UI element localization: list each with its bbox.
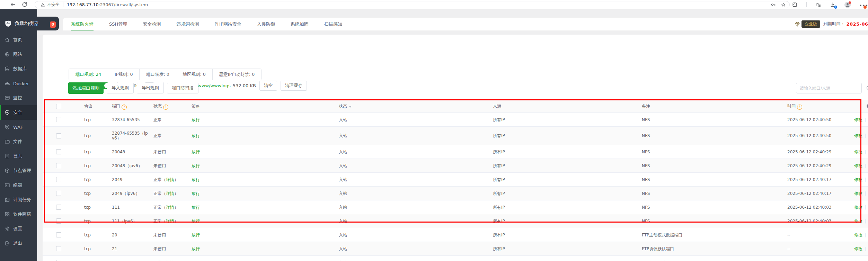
- detail-link[interactable]: 详情: [166, 205, 174, 210]
- row-checkbox[interactable]: [56, 205, 61, 210]
- terminal-icon: [5, 182, 10, 188]
- sidebar-item-label: 日志: [13, 153, 22, 159]
- cell-port: 20048: [108, 145, 150, 159]
- column-header[interactable]: 状态: [335, 100, 489, 113]
- node-icon: [5, 168, 10, 173]
- sidebar-item-security[interactable]: 安全: [0, 105, 37, 120]
- tab-firewall[interactable]: 系统防火墙: [71, 18, 94, 30]
- rule-tab-port-forward[interactable]: 端口转发: 0: [139, 69, 176, 80]
- cell-policy: 放行: [188, 173, 335, 187]
- menu-dots-icon[interactable]: •••: [859, 2, 865, 8]
- detail-link[interactable]: 详情: [166, 191, 174, 196]
- refresh-icon[interactable]: [21, 1, 28, 8]
- profile-avatar[interactable]: [844, 2, 851, 8]
- row-checkbox[interactable]: [56, 117, 61, 122]
- edit-link[interactable]: 修改: [854, 246, 862, 251]
- edit-link[interactable]: 修改: [854, 133, 862, 138]
- cell-policy: 放行: [188, 145, 335, 159]
- policy-value: 放行: [192, 191, 200, 196]
- sidebar-item-logs[interactable]: 日志: [0, 149, 37, 163]
- tab-banned-words[interactable]: 违规词检测: [176, 18, 199, 30]
- row-checkbox[interactable]: [56, 232, 61, 237]
- port-antiscan-button[interactable]: 端口防扫描: [167, 83, 198, 93]
- tab-hardening[interactable]: 系统加固: [291, 18, 309, 30]
- import-rules-button[interactable]: 导入规则: [107, 83, 134, 93]
- back-icon[interactable]: [10, 1, 16, 8]
- weblog-path-link[interactable]: /www/wwwlogs: [196, 83, 231, 88]
- select-all-checkbox[interactable]: [56, 104, 61, 109]
- clean-cache-button[interactable]: 清理缓存: [281, 81, 307, 91]
- edit-link[interactable]: 修改: [854, 233, 862, 237]
- cell-note: NFS: [638, 127, 784, 145]
- row-checkbox[interactable]: [56, 149, 61, 154]
- row-checkbox[interactable]: [56, 163, 61, 168]
- help-icon[interactable]: [797, 105, 802, 110]
- export-rules-button[interactable]: 导出规则: [137, 83, 164, 93]
- clear-log-button[interactable]: 清空: [259, 81, 277, 91]
- tab-intrusion[interactable]: 入侵防御: [257, 18, 275, 30]
- sidebar-item-monitor[interactable]: 监控: [0, 91, 37, 105]
- sidebar-item-cron[interactable]: 计划任务: [0, 192, 37, 207]
- divider: |: [865, 133, 866, 138]
- row-checkbox[interactable]: [56, 246, 61, 251]
- sidebar-item-files[interactable]: 文件: [0, 134, 37, 149]
- cell-direction: 入站: [335, 214, 489, 228]
- edit-link[interactable]: 修改: [854, 177, 862, 182]
- cell-policy: 放行: [188, 113, 335, 127]
- search-icon[interactable]: [866, 85, 868, 91]
- sidebar-item-home[interactable]: 首页: [0, 33, 37, 47]
- sidebar-item-site[interactable]: 网站: [0, 47, 37, 62]
- sidebar-item-waf[interactable]: WAF: [0, 120, 37, 134]
- favorites-bar-icon[interactable]: [815, 2, 821, 8]
- add-port-rule-button[interactable]: 添加端口规则: [68, 82, 104, 94]
- edition-badge[interactable]: 企业版: [801, 20, 820, 28]
- tab-php-security[interactable]: PHP网站安全: [214, 18, 241, 30]
- cell-direction: 入站: [335, 187, 489, 200]
- rule-tab-ip-rules[interactable]: IP规则: 0: [108, 69, 139, 80]
- address-bar[interactable]: 不安全 192.168.77.10 :23067/firewall/system: [35, 1, 790, 8]
- notification-badge[interactable]: 0: [50, 21, 56, 28]
- cell-direction: 入站: [335, 159, 489, 173]
- row-checkbox[interactable]: [56, 191, 61, 196]
- row-checkbox[interactable]: [56, 177, 61, 182]
- edit-link[interactable]: 修改: [854, 191, 862, 196]
- edit-link[interactable]: 修改: [854, 219, 862, 224]
- cell-source: 所有IP: [489, 159, 638, 173]
- detail-link[interactable]: 详情: [166, 219, 174, 224]
- extensions-icon[interactable]: [792, 2, 798, 8]
- edit-link[interactable]: 修改: [854, 163, 862, 168]
- password-key-icon[interactable]: [771, 2, 776, 7]
- rule-tab-port-rules[interactable]: 端口规则: 24: [69, 69, 108, 80]
- sidebar-item-nodes[interactable]: 节点管理: [0, 163, 37, 178]
- sidebar-item-logout[interactable]: 退出: [0, 236, 37, 251]
- downloads-icon[interactable]: i: [830, 2, 836, 8]
- search-input[interactable]: [796, 86, 861, 91]
- edit-link[interactable]: 修改: [854, 150, 862, 154]
- gear-icon: [5, 226, 10, 232]
- tab-scan-sense[interactable]: 扫描感知: [324, 18, 342, 30]
- rule-tab-region-rules[interactable]: 地区规则: 0: [176, 69, 212, 80]
- firewall-table-body: tcp32874-65535正常放行入站所有IPNFS2025-06-12 02…: [43, 113, 868, 261]
- edit-link[interactable]: 修改: [854, 117, 862, 122]
- help-icon[interactable]: [163, 105, 168, 110]
- rule-tab-malicious-ip[interactable]: 恶意IP自动封禁: 0: [212, 69, 261, 80]
- tab-security-scan[interactable]: 安全检测: [143, 18, 161, 30]
- sidebar-item-database[interactable]: 数据库: [0, 62, 37, 76]
- sidebar-item-docker[interactable]: Docker: [0, 76, 37, 91]
- detail-link[interactable]: 详情: [166, 177, 174, 182]
- cell-port: 111: [108, 200, 150, 214]
- cell-time: 2025-06-12 02:40:50: [784, 113, 844, 127]
- row-checkbox[interactable]: [56, 218, 61, 224]
- cell-time: 2025-06-12 02:40:03: [784, 214, 844, 228]
- sidebar-item-terminal[interactable]: 终端: [0, 178, 37, 192]
- row-checkbox[interactable]: [56, 133, 61, 138]
- favorite-star-icon[interactable]: [781, 2, 786, 7]
- cell-protocol: tcp: [81, 127, 108, 145]
- help-icon[interactable]: [122, 105, 127, 110]
- cell-port: 111（ipv6）: [108, 214, 150, 228]
- cell-note: FTP协议默认端口: [638, 242, 784, 256]
- sidebar-item-appstore[interactable]: 软件商店: [0, 207, 37, 222]
- sidebar-item-settings[interactable]: 设置: [0, 222, 37, 236]
- tab-ssh[interactable]: SSH管理: [109, 18, 127, 30]
- edit-link[interactable]: 修改: [854, 205, 862, 210]
